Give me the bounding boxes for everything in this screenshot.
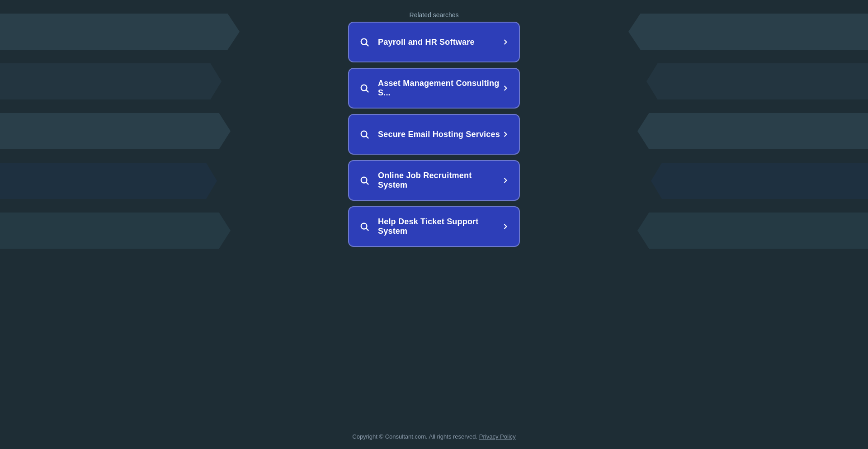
card-payroll-hr[interactable]: Payroll and HR Software: [348, 22, 520, 62]
search-icon: [358, 174, 371, 187]
card-secure-email[interactable]: Secure Email Hosting Services: [348, 114, 520, 155]
card-label-secure-email: Secure Email Hosting Services: [378, 130, 501, 139]
svg-line-5: [366, 136, 368, 138]
card-label-asset-management: Asset Management Consulting S...: [378, 79, 501, 98]
footer-copyright: Copyright © Consultant.com. All rights r…: [352, 433, 477, 440]
chevron-right-icon: [501, 38, 510, 47]
svg-point-6: [361, 177, 367, 183]
footer: Copyright © Consultant.com. All rights r…: [0, 433, 868, 440]
card-asset-management[interactable]: Asset Management Consulting S...: [348, 68, 520, 109]
related-searches-label: Related searches: [410, 11, 459, 19]
card-label-online-job: Online Job Recruitment System: [378, 171, 501, 190]
cards-container: Payroll and HR Software Asset Management…: [348, 22, 520, 247]
card-label-help-desk: Help Desk Ticket Support System: [378, 217, 501, 236]
svg-point-2: [361, 85, 367, 91]
svg-point-0: [361, 39, 367, 45]
privacy-policy-link[interactable]: Privacy Policy: [479, 433, 516, 440]
search-icon: [358, 128, 371, 141]
card-online-job[interactable]: Online Job Recruitment System: [348, 160, 520, 201]
chevron-right-icon: [501, 176, 510, 185]
search-icon: [358, 82, 371, 95]
chevron-right-icon: [501, 222, 510, 231]
svg-line-9: [366, 228, 368, 231]
card-help-desk[interactable]: Help Desk Ticket Support System: [348, 206, 520, 247]
svg-point-4: [361, 131, 367, 137]
svg-line-1: [366, 44, 368, 46]
chevron-right-icon: [501, 84, 510, 93]
svg-line-7: [366, 182, 368, 184]
search-icon: [358, 220, 371, 233]
svg-line-3: [366, 90, 368, 92]
main-content: Related searches Payroll and HR Software: [0, 0, 868, 449]
search-icon: [358, 36, 371, 48]
card-label-payroll-hr: Payroll and HR Software: [378, 38, 501, 47]
chevron-right-icon: [501, 130, 510, 139]
svg-point-8: [361, 223, 367, 229]
